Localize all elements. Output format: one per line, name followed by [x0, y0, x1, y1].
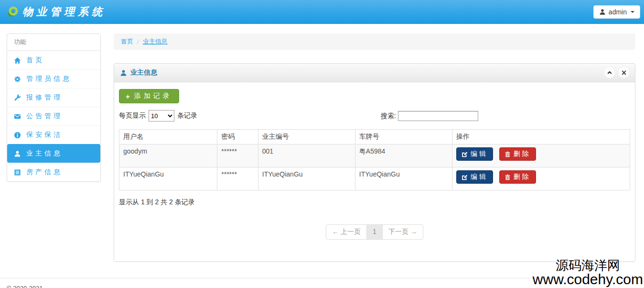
cell-username: goodym [119, 144, 217, 167]
sidebar-item-owners[interactable]: 业主信息 [7, 144, 100, 163]
user-name: admin [609, 8, 627, 16]
panel-title: 业主信息 [130, 68, 157, 77]
edit-icon [462, 174, 468, 180]
panel-body: + 添加记录 每页显示 10 条记录 搜索: [114, 82, 635, 261]
sidebar-title: 功能 [7, 34, 100, 51]
sidebar-item-label: 报修管理 [26, 93, 63, 102]
app-title: 物业管理系统 [22, 5, 106, 19]
logo-icon [7, 6, 19, 18]
table-row: goodym ****** 001 粤A5984 [119, 144, 630, 167]
close-button[interactable]: × [619, 67, 629, 78]
sidebar-item-properties[interactable]: 房产信息 [7, 163, 100, 181]
pagination-prev[interactable]: ← 上一页 [326, 224, 367, 240]
table-controls: 每页显示 10 条记录 搜索: [119, 110, 630, 126]
pagination-wrap: ← 上一页 1 下一页 → [119, 224, 630, 240]
envelope-icon [14, 113, 21, 120]
wrench-icon [14, 94, 21, 101]
search-label: 搜索: [381, 112, 396, 121]
pagination: ← 上一页 1 下一页 → [326, 224, 423, 240]
top-navbar: 物业管理系统 admin [0, 0, 644, 24]
sidebar-item-label: 公告管理 [26, 112, 63, 121]
collapse-button[interactable] [604, 67, 615, 78]
page-size-suffix: 条记录 [177, 111, 197, 120]
edit-label: 编辑 [471, 173, 488, 181]
chevron-up-icon [607, 70, 612, 76]
sidebar-item-label: 业主信息 [26, 149, 63, 158]
page-size-prefix: 每页显示 [119, 111, 146, 120]
col-header-username: 用户名 [119, 130, 217, 144]
cell-actions: 编辑 [452, 167, 630, 190]
page-size-group: 每页显示 10 条记录 [119, 110, 630, 122]
breadcrumb-separator: / [133, 38, 143, 45]
sidebar-item-admins[interactable]: 管理员信息 [7, 69, 100, 88]
add-record-button[interactable]: + 添加记录 [119, 89, 179, 103]
edit-button[interactable]: 编辑 [456, 147, 493, 161]
edit-icon [462, 151, 468, 157]
col-header-owner-no: 业主编号 [258, 130, 355, 144]
copyright-text: © 2020-2021 [7, 285, 43, 288]
watermark: 源码海洋网 www.codehy.com [533, 259, 643, 287]
table-row: ITYueQianGu ****** ITYueQianGu ITYueQian… [119, 167, 630, 190]
edit-label: 编辑 [471, 150, 488, 158]
sidebar-item-notices[interactable]: 公告管理 [7, 107, 100, 125]
panel-tools: × [604, 67, 629, 78]
info-icon [14, 132, 21, 139]
user-menu-button[interactable]: admin [593, 5, 640, 19]
add-record-label: 添加记录 [134, 92, 172, 100]
col-header-password: 密码 [217, 130, 258, 144]
search-input[interactable] [398, 111, 478, 121]
delete-button[interactable]: 删除 [499, 170, 536, 184]
breadcrumb: 首页 / 业主信息 [114, 33, 635, 50]
record-summary: 显示从 1 到 2 共 2 条记录 [119, 198, 630, 207]
col-header-actions: 操作 [452, 130, 630, 144]
table-header-row: 用户名 密码 业主编号 车牌号 操作 [119, 130, 630, 144]
delete-label: 删除 [514, 173, 531, 181]
user-icon [120, 69, 127, 77]
trash-icon [504, 151, 511, 157]
col-header-plate: 车牌号 [355, 130, 452, 144]
cell-actions: 编辑 [452, 144, 630, 167]
delete-label: 删除 [514, 150, 531, 158]
breadcrumb-home-link[interactable]: 首页 [121, 37, 133, 46]
edit-button[interactable]: 编辑 [456, 170, 493, 184]
search-group: 搜索: [381, 111, 478, 121]
app-logo[interactable]: 物业管理系统 [7, 5, 106, 19]
user-icon [14, 150, 21, 157]
content-area: 首页 / 业主信息 业主信息 [114, 33, 635, 262]
watermark-site-name: 源码海洋网 [533, 259, 643, 273]
owners-table: 用户名 密码 业主编号 车牌号 操作 goodym ****** 001 粤A5 [119, 129, 630, 190]
sidebar-item-label: 保安保洁 [26, 131, 63, 139]
cell-username: ITYueQianGu [119, 167, 217, 190]
page-size-select[interactable]: 10 [149, 110, 174, 122]
pagination-page-1[interactable]: 1 [366, 224, 383, 240]
user-icon [599, 9, 606, 15]
close-icon: × [621, 69, 627, 77]
cell-plate: ITYueQianGu [355, 167, 452, 190]
plus-icon: + [126, 92, 130, 100]
watermark-url: www.codehy.com [533, 272, 643, 287]
gear-icon [14, 76, 21, 83]
cell-plate: 粤A5984 [355, 144, 452, 167]
main-layout: 功能 首页 管理员信息 [0, 24, 644, 262]
panel-header: 业主信息 × [114, 64, 635, 82]
cell-owner-no: ITYueQianGu [258, 167, 355, 190]
delete-button[interactable]: 删除 [499, 147, 536, 161]
sidebar-item-label: 管理员信息 [26, 75, 72, 83]
home-icon [14, 57, 21, 64]
cell-owner-no: 001 [258, 144, 355, 167]
trash-icon [504, 174, 511, 180]
sidebar-item-repairs[interactable]: 报修管理 [7, 88, 100, 107]
sidebar-item-label: 首页 [26, 56, 44, 65]
sidebar-item-home[interactable]: 首页 [7, 51, 100, 69]
building-icon [14, 169, 21, 176]
caret-down-icon [631, 11, 634, 13]
cell-password: ****** [217, 144, 258, 167]
sidebar: 功能 首页 管理员信息 [7, 33, 101, 182]
breadcrumb-current-link[interactable]: 业主信息 [143, 37, 168, 46]
sidebar-item-security[interactable]: 保安保洁 [7, 125, 100, 144]
cell-password: ****** [217, 167, 258, 190]
sidebar-item-label: 房产信息 [26, 168, 63, 177]
pagination-next[interactable]: 下一页 → [382, 224, 423, 240]
owners-panel: 业主信息 × + [114, 63, 635, 262]
